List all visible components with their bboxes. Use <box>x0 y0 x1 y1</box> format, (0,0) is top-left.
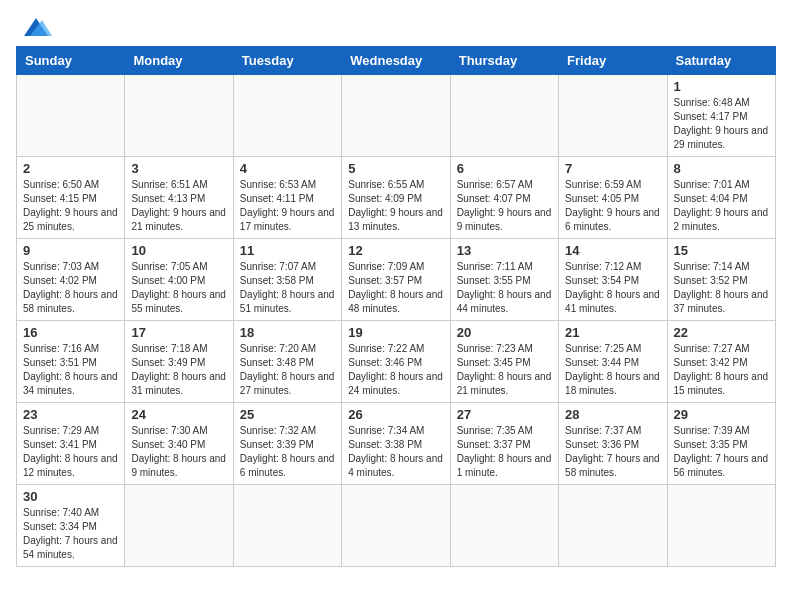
calendar-week-row: 1Sunrise: 6:48 AM Sunset: 4:17 PM Daylig… <box>17 75 776 157</box>
col-header-monday: Monday <box>125 47 233 75</box>
calendar-cell <box>667 485 775 567</box>
calendar-cell: 3Sunrise: 6:51 AM Sunset: 4:13 PM Daylig… <box>125 157 233 239</box>
calendar-cell: 18Sunrise: 7:20 AM Sunset: 3:48 PM Dayli… <box>233 321 341 403</box>
day-number: 29 <box>674 407 769 422</box>
day-number: 7 <box>565 161 660 176</box>
calendar-cell: 8Sunrise: 7:01 AM Sunset: 4:04 PM Daylig… <box>667 157 775 239</box>
day-info: Sunrise: 7:22 AM Sunset: 3:46 PM Dayligh… <box>348 342 443 398</box>
calendar-cell: 28Sunrise: 7:37 AM Sunset: 3:36 PM Dayli… <box>559 403 667 485</box>
calendar-cell: 4Sunrise: 6:53 AM Sunset: 4:11 PM Daylig… <box>233 157 341 239</box>
day-number: 5 <box>348 161 443 176</box>
calendar-header-row: SundayMondayTuesdayWednesdayThursdayFrid… <box>17 47 776 75</box>
day-number: 14 <box>565 243 660 258</box>
day-info: Sunrise: 7:32 AM Sunset: 3:39 PM Dayligh… <box>240 424 335 480</box>
calendar-cell: 10Sunrise: 7:05 AM Sunset: 4:00 PM Dayli… <box>125 239 233 321</box>
day-info: Sunrise: 7:05 AM Sunset: 4:00 PM Dayligh… <box>131 260 226 316</box>
day-info: Sunrise: 6:51 AM Sunset: 4:13 PM Dayligh… <box>131 178 226 234</box>
logo-area <box>16 16 52 38</box>
day-number: 8 <box>674 161 769 176</box>
calendar-cell: 25Sunrise: 7:32 AM Sunset: 3:39 PM Dayli… <box>233 403 341 485</box>
calendar-cell <box>559 75 667 157</box>
calendar-cell: 6Sunrise: 6:57 AM Sunset: 4:07 PM Daylig… <box>450 157 558 239</box>
day-info: Sunrise: 7:23 AM Sunset: 3:45 PM Dayligh… <box>457 342 552 398</box>
day-number: 28 <box>565 407 660 422</box>
col-header-tuesday: Tuesday <box>233 47 341 75</box>
day-info: Sunrise: 7:29 AM Sunset: 3:41 PM Dayligh… <box>23 424 118 480</box>
day-number: 15 <box>674 243 769 258</box>
calendar-cell: 1Sunrise: 6:48 AM Sunset: 4:17 PM Daylig… <box>667 75 775 157</box>
calendar-cell <box>342 485 450 567</box>
day-info: Sunrise: 6:48 AM Sunset: 4:17 PM Dayligh… <box>674 96 769 152</box>
col-header-saturday: Saturday <box>667 47 775 75</box>
calendar-cell: 23Sunrise: 7:29 AM Sunset: 3:41 PM Dayli… <box>17 403 125 485</box>
calendar-cell <box>559 485 667 567</box>
col-header-friday: Friday <box>559 47 667 75</box>
calendar-cell: 17Sunrise: 7:18 AM Sunset: 3:49 PM Dayli… <box>125 321 233 403</box>
day-info: Sunrise: 7:03 AM Sunset: 4:02 PM Dayligh… <box>23 260 118 316</box>
calendar-week-row: 9Sunrise: 7:03 AM Sunset: 4:02 PM Daylig… <box>17 239 776 321</box>
day-info: Sunrise: 7:40 AM Sunset: 3:34 PM Dayligh… <box>23 506 118 562</box>
day-number: 10 <box>131 243 226 258</box>
day-number: 12 <box>348 243 443 258</box>
page-header <box>16 16 776 38</box>
day-info: Sunrise: 7:34 AM Sunset: 3:38 PM Dayligh… <box>348 424 443 480</box>
calendar-cell: 27Sunrise: 7:35 AM Sunset: 3:37 PM Dayli… <box>450 403 558 485</box>
calendar-cell: 26Sunrise: 7:34 AM Sunset: 3:38 PM Dayli… <box>342 403 450 485</box>
day-info: Sunrise: 6:53 AM Sunset: 4:11 PM Dayligh… <box>240 178 335 234</box>
calendar-cell: 22Sunrise: 7:27 AM Sunset: 3:42 PM Dayli… <box>667 321 775 403</box>
calendar-cell: 14Sunrise: 7:12 AM Sunset: 3:54 PM Dayli… <box>559 239 667 321</box>
day-number: 11 <box>240 243 335 258</box>
day-info: Sunrise: 7:12 AM Sunset: 3:54 PM Dayligh… <box>565 260 660 316</box>
calendar-cell: 20Sunrise: 7:23 AM Sunset: 3:45 PM Dayli… <box>450 321 558 403</box>
calendar-cell <box>125 75 233 157</box>
day-number: 2 <box>23 161 118 176</box>
day-info: Sunrise: 6:57 AM Sunset: 4:07 PM Dayligh… <box>457 178 552 234</box>
calendar-cell: 7Sunrise: 6:59 AM Sunset: 4:05 PM Daylig… <box>559 157 667 239</box>
day-info: Sunrise: 7:39 AM Sunset: 3:35 PM Dayligh… <box>674 424 769 480</box>
day-number: 4 <box>240 161 335 176</box>
day-number: 20 <box>457 325 552 340</box>
calendar-cell <box>233 75 341 157</box>
day-info: Sunrise: 6:55 AM Sunset: 4:09 PM Dayligh… <box>348 178 443 234</box>
calendar-cell: 29Sunrise: 7:39 AM Sunset: 3:35 PM Dayli… <box>667 403 775 485</box>
calendar-cell: 19Sunrise: 7:22 AM Sunset: 3:46 PM Dayli… <box>342 321 450 403</box>
calendar-week-row: 16Sunrise: 7:16 AM Sunset: 3:51 PM Dayli… <box>17 321 776 403</box>
col-header-sunday: Sunday <box>17 47 125 75</box>
day-info: Sunrise: 7:25 AM Sunset: 3:44 PM Dayligh… <box>565 342 660 398</box>
day-number: 3 <box>131 161 226 176</box>
day-info: Sunrise: 7:01 AM Sunset: 4:04 PM Dayligh… <box>674 178 769 234</box>
calendar-cell: 16Sunrise: 7:16 AM Sunset: 3:51 PM Dayli… <box>17 321 125 403</box>
calendar-cell <box>233 485 341 567</box>
day-number: 22 <box>674 325 769 340</box>
day-number: 13 <box>457 243 552 258</box>
day-info: Sunrise: 7:27 AM Sunset: 3:42 PM Dayligh… <box>674 342 769 398</box>
day-number: 27 <box>457 407 552 422</box>
calendar-cell: 11Sunrise: 7:07 AM Sunset: 3:58 PM Dayli… <box>233 239 341 321</box>
calendar-cell: 21Sunrise: 7:25 AM Sunset: 3:44 PM Dayli… <box>559 321 667 403</box>
day-number: 26 <box>348 407 443 422</box>
logo-icon <box>20 16 52 38</box>
calendar-cell <box>450 75 558 157</box>
day-number: 18 <box>240 325 335 340</box>
col-header-wednesday: Wednesday <box>342 47 450 75</box>
day-number: 1 <box>674 79 769 94</box>
day-number: 21 <box>565 325 660 340</box>
calendar-cell: 24Sunrise: 7:30 AM Sunset: 3:40 PM Dayli… <box>125 403 233 485</box>
calendar-cell: 2Sunrise: 6:50 AM Sunset: 4:15 PM Daylig… <box>17 157 125 239</box>
day-info: Sunrise: 7:11 AM Sunset: 3:55 PM Dayligh… <box>457 260 552 316</box>
calendar-cell <box>342 75 450 157</box>
calendar-week-row: 30Sunrise: 7:40 AM Sunset: 3:34 PM Dayli… <box>17 485 776 567</box>
day-info: Sunrise: 6:59 AM Sunset: 4:05 PM Dayligh… <box>565 178 660 234</box>
day-info: Sunrise: 7:14 AM Sunset: 3:52 PM Dayligh… <box>674 260 769 316</box>
calendar-cell: 12Sunrise: 7:09 AM Sunset: 3:57 PM Dayli… <box>342 239 450 321</box>
day-info: Sunrise: 7:18 AM Sunset: 3:49 PM Dayligh… <box>131 342 226 398</box>
day-number: 16 <box>23 325 118 340</box>
calendar-cell: 13Sunrise: 7:11 AM Sunset: 3:55 PM Dayli… <box>450 239 558 321</box>
day-info: Sunrise: 7:07 AM Sunset: 3:58 PM Dayligh… <box>240 260 335 316</box>
day-number: 17 <box>131 325 226 340</box>
day-number: 24 <box>131 407 226 422</box>
calendar-cell: 9Sunrise: 7:03 AM Sunset: 4:02 PM Daylig… <box>17 239 125 321</box>
day-info: Sunrise: 7:37 AM Sunset: 3:36 PM Dayligh… <box>565 424 660 480</box>
calendar-cell: 30Sunrise: 7:40 AM Sunset: 3:34 PM Dayli… <box>17 485 125 567</box>
day-info: Sunrise: 7:20 AM Sunset: 3:48 PM Dayligh… <box>240 342 335 398</box>
